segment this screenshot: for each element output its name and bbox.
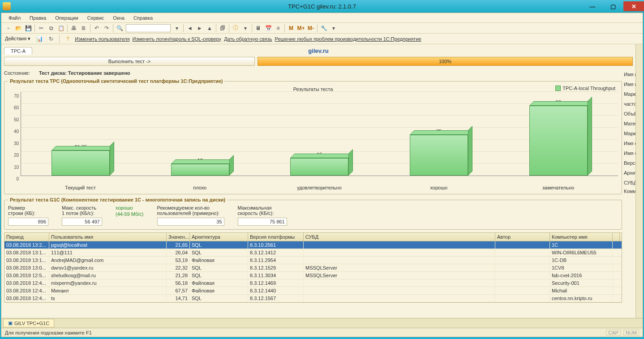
chart-legend: TPC-A·local Throughput	[555, 86, 615, 91]
dropdown2-icon[interactable]: ▾	[241, 24, 250, 33]
maximize-button[interactable]: ▢	[603, 1, 623, 11]
results-table[interactable]: Период Пользователь имя Значен... Архите…	[4, 232, 622, 303]
good-range: (44-59 Мб/с)	[116, 211, 144, 217]
tab-tpca[interactable]: TPC-A	[4, 47, 32, 55]
search-icon[interactable]: 🔍	[115, 24, 124, 33]
row-size-value: 896	[8, 218, 48, 226]
menu-edit[interactable]: Правка	[26, 14, 50, 21]
copy-icon[interactable]: ⧉	[47, 24, 56, 33]
dropdown-icon[interactable]: ▾	[172, 24, 181, 33]
g1c-result-group: Результат теста G1C (Компонентное тестир…	[4, 197, 622, 230]
row-size-label: Размер строки (КБ):	[8, 205, 48, 216]
close-button[interactable]: ✕	[623, 1, 644, 11]
actions-button[interactable]: Действия ▾	[3, 35, 32, 43]
max-speed-value: 56 497	[62, 218, 102, 226]
open-icon[interactable]: 📂	[14, 24, 23, 33]
progress-bar: 100%	[258, 57, 633, 66]
calc-icon[interactable]: 🖩	[254, 24, 263, 33]
feedback-link[interactable]: Дать обратную связь	[224, 36, 272, 42]
action-bar: Действия ▾ 📊 ↻ ? Изменить пользователя И…	[1, 34, 643, 44]
table-row[interactable]: 03.08.2018 13:0...dwrsv1@yandex.ru22,32S…	[4, 264, 622, 272]
search-input[interactable]	[126, 24, 171, 32]
main-toolbar: ▫ 📂 💾 ✂ ⧉ 📋 🖶 🗎 ↶ ↷ 🔍 ▾ ◄ ► ▲ 🗐 ⓘ ▾ 🖩 📅 …	[1, 23, 643, 34]
redo-icon[interactable]: ↷	[102, 24, 111, 33]
col-version[interactable]: Версия платформы	[248, 233, 304, 241]
menu-operations[interactable]: Операции	[52, 14, 82, 21]
titlebar: TPC+G1C gilev.ru: 2.1.0.7 — ▢ ✕	[0, 0, 644, 13]
col-arch[interactable]: Архитектура	[190, 233, 248, 241]
status-hint: Для получения подсказки нажмите F1	[5, 330, 92, 335]
minimize-button[interactable]: —	[582, 1, 603, 11]
vertical-scrollbar[interactable]	[635, 44, 643, 318]
change-sql-link[interactable]: Изменить логин/пароль к SQL-серверу	[133, 36, 222, 42]
cut-icon[interactable]: ✂	[37, 24, 46, 33]
maxk-label: Максимальная скорость (КБ/с):	[238, 205, 287, 216]
menubar: Файл Правка Операции Сервис Окна Справка	[1, 13, 643, 23]
col-dbms[interactable]: СУБД	[304, 233, 495, 241]
window-tab[interactable]: ▣GILV TPC+G1C	[3, 319, 54, 327]
tpc-chart: 706050403020100 21.6510153560 Текущий те…	[8, 92, 618, 190]
nav-fwd-icon[interactable]: ►	[195, 24, 204, 33]
undo-icon[interactable]: ↶	[92, 24, 101, 33]
list-icon[interactable]: ≡	[274, 24, 283, 33]
save-icon[interactable]: 💾	[24, 24, 33, 33]
help-icon[interactable]: ?	[63, 34, 72, 43]
table-row[interactable]: 03.08.2018 13:1...111@11126,04SQL8.3.12.…	[4, 249, 622, 257]
menu-service[interactable]: Сервис	[84, 14, 108, 21]
status-text: Тест диска: Тестирование завершено	[39, 70, 130, 76]
table-row[interactable]: 03.08.2018 12:5...sheludkosg@mail.ru21,2…	[4, 272, 622, 279]
col-period[interactable]: Период	[4, 233, 49, 241]
new-icon[interactable]: ▫	[4, 24, 13, 33]
table-row[interactable]: 03.08.2018 12:4...ts14,71SQL8.3.12.1567c…	[4, 295, 622, 302]
tools-icon[interactable]: 🔧	[319, 24, 328, 33]
app-icon	[3, 2, 11, 10]
cap-indicator: CAP	[606, 330, 621, 336]
col-scroll	[613, 233, 620, 241]
report-icon[interactable]: 📊	[35, 34, 44, 43]
window-title: TPC+G1C gilev.ru: 2.1.0.7	[288, 3, 356, 10]
col-user[interactable]: Пользователь имя	[49, 233, 167, 241]
col-value[interactable]: Значен...	[167, 233, 190, 241]
menu-windows[interactable]: Окна	[109, 14, 128, 21]
good-label: хорошо	[116, 205, 144, 210]
tpc-result-group: Результат теста TPC (Однопоточный синтет…	[4, 78, 622, 194]
menu-help[interactable]: Справка	[130, 14, 156, 21]
mem-mplus-icon[interactable]: M+	[296, 24, 305, 33]
max-speed-label: Макс. скорость 1 поток (КБ/с):	[62, 205, 102, 216]
info-panel: Имя пользователя:pgsql@localhost Имя ком…	[622, 68, 635, 303]
tools-dd-icon[interactable]: ▾	[329, 24, 338, 33]
maxk-value: 75 861	[238, 218, 287, 226]
statusbar: Для получения подсказки нажмите F1 CAPNU…	[1, 328, 643, 337]
table-row[interactable]: 03.08.2018 12:4...mixperm@yandex.ru56,18…	[4, 279, 622, 287]
legend-swatch-icon	[555, 86, 561, 91]
calendar-icon[interactable]: 📅	[264, 24, 273, 33]
tpc-legend: Результат теста TPC (Однопоточный синтет…	[8, 78, 224, 84]
mem-m-icon[interactable]: M	[287, 24, 296, 33]
change-user-link[interactable]: Изменить пользователя	[75, 36, 129, 42]
col-author[interactable]: Автор	[495, 233, 550, 241]
preview-icon[interactable]: 🗎	[79, 24, 88, 33]
refresh-icon[interactable]: ↻	[47, 34, 56, 43]
table-row[interactable]: 03.08.2018 13:1...AndrejMAD@gmail.com53,…	[4, 257, 622, 264]
table-row[interactable]: 03.08.2018 12:4...Михаил67,57Файловая8.3…	[4, 287, 622, 295]
nav-back-icon[interactable]: ◄	[185, 24, 194, 33]
menu-file[interactable]: Файл	[5, 14, 24, 21]
num-indicator: NUM	[623, 330, 639, 336]
mem-mminus-icon[interactable]: M-	[306, 24, 315, 33]
print-icon[interactable]: 🖶	[69, 24, 78, 33]
g1c-legend: Результат теста G1C (Компонентное тестир…	[8, 197, 227, 202]
nav-up-icon[interactable]: ▲	[205, 24, 214, 33]
paste-icon[interactable]: 📋	[56, 24, 65, 33]
table-row[interactable]: 03.08.2018 13:2...pgsql@localhost21,65SQ…	[4, 241, 622, 249]
run-test-button[interactable]: Выполнить тест ->	[4, 57, 255, 66]
info-icon[interactable]: ⓘ	[231, 24, 240, 33]
bottom-tabs: ▣GILV TPC+G1C	[1, 318, 643, 328]
rec-users-value: 35	[157, 218, 224, 226]
table-header: Период Пользователь имя Значен... Архите…	[4, 233, 622, 241]
solve-link[interactable]: Решение любых проблем производительности…	[275, 36, 421, 42]
status-label: Состояние:	[4, 70, 30, 76]
col-computer[interactable]: Компьютер имя	[550, 233, 613, 241]
copy-doc-icon[interactable]: 🗐	[218, 24, 227, 33]
brand-link[interactable]: gilev.ru	[308, 47, 328, 54]
rec-users-label: Рекомендуемое кол-во пользователей (прим…	[157, 205, 224, 216]
